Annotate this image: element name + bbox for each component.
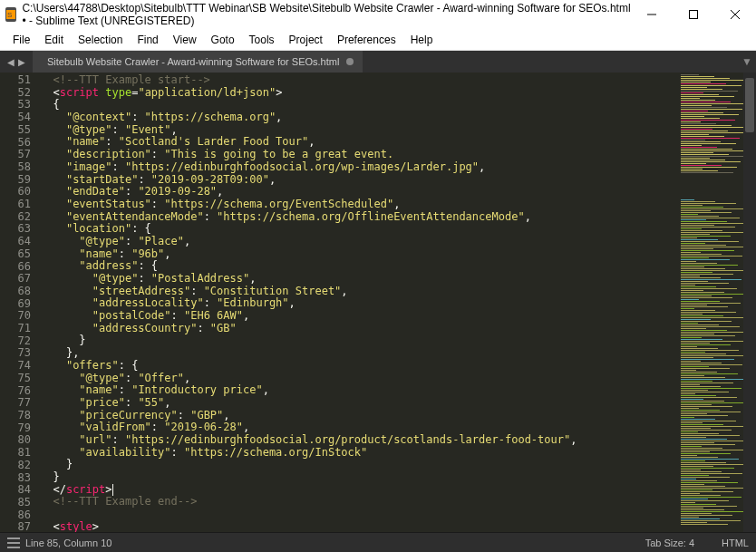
line-number: 80 [0, 434, 31, 447]
line-number: 71 [0, 323, 31, 335]
menubar: File Edit Selection Find View Goto Tools… [0, 29, 756, 51]
back-icon[interactable]: ◀ [7, 57, 15, 67]
code-line: } [40, 459, 679, 471]
line-number: 83 [0, 472, 31, 485]
code-line: "name": "Scotland's Larder Food Tour", [40, 136, 679, 149]
file-tab[interactable]: Sitebulb Website Crawler - Award-winning… [33, 51, 363, 73]
line-number: 69 [0, 298, 31, 311]
line-number: 73 [0, 347, 31, 360]
code-line: <style> [40, 521, 679, 532]
code-line: "postalCode": "EH6 6AW", [40, 310, 679, 323]
menu-selection[interactable]: Selection [71, 31, 130, 49]
code-line: "@type": "PostalAddress", [40, 273, 679, 286]
code-line: "priceCurrency": "GBP", [40, 410, 679, 422]
menu-view[interactable]: View [166, 31, 204, 49]
code-line: "addressCountry": "GB" [40, 323, 679, 335]
code-line: "@context": "https://schema.org", [40, 111, 679, 124]
code-editor[interactable]: <!--TTT Example start--> <script type="a… [40, 73, 679, 532]
line-number: 70 [0, 310, 31, 323]
dirty-indicator-icon [346, 58, 354, 65]
line-number: 62 [0, 211, 31, 224]
code-line: <!--TTT Example end--> [40, 496, 679, 508]
code-line: "description": "This is going to be a gr… [40, 149, 679, 161]
code-line: } [40, 471, 679, 484]
menu-project[interactable]: Project [282, 31, 330, 49]
menu-goto[interactable]: Goto [204, 31, 242, 49]
code-line: } [40, 334, 679, 347]
app-icon: S [5, 7, 16, 22]
line-number: 64 [0, 236, 31, 248]
window-close-button[interactable] [714, 0, 756, 29]
line-number: 79 [0, 422, 31, 435]
line-number: 81 [0, 447, 31, 460]
line-number: 72 [0, 335, 31, 348]
tab-history-nav[interactable]: ◀ ▶ [0, 51, 33, 73]
code-line: "name": "96b", [40, 248, 679, 261]
statusbar: Line 85, Column 10 Tab Size: 4 HTML [0, 532, 756, 552]
code-line: "location": { [40, 223, 679, 236]
code-line: "@type": "Offer", [40, 373, 679, 385]
line-number: 77 [0, 397, 31, 410]
code-line: "addressLocality": "Edinburgh", [40, 297, 679, 310]
status-cursor-position[interactable]: Line 85, Column 10 [25, 537, 111, 548]
code-line: "image": "https://edinburghfoodsocial.or… [40, 161, 679, 174]
code-line: "address": { [40, 260, 679, 273]
line-number: 65 [0, 248, 31, 261]
window-minimize-button[interactable] [631, 0, 673, 29]
line-number: 85 [0, 497, 31, 509]
scroll-thumb[interactable] [745, 78, 754, 132]
line-number: 63 [0, 223, 31, 236]
line-number: 59 [0, 174, 31, 187]
line-number: 55 [0, 124, 31, 137]
line-number: 60 [0, 186, 31, 199]
forward-icon[interactable]: ▶ [18, 57, 25, 67]
line-number: 84 [0, 484, 31, 497]
code-line: "eventStatus": "https://schema.org/Event… [40, 199, 679, 211]
window-titlebar: S C:\Users\44788\Desktop\Sitebulb\TTT We… [0, 0, 756, 29]
line-number: 82 [0, 460, 31, 472]
code-line: "endDate": "2019-09-28", [40, 186, 679, 199]
vertical-scrollbar[interactable] [743, 73, 756, 532]
code-line: <script type="application/ld+json"> [40, 87, 679, 100]
tabbar: ◀ ▶ Sitebulb Website Crawler - Award-win… [0, 51, 756, 73]
line-number: 54 [0, 111, 31, 124]
code-line: "streetAddress": "Constitution Street", [40, 286, 679, 298]
code-line [40, 508, 679, 521]
window-title: C:\Users\44788\Desktop\Sitebulb\TTT Webi… [22, 2, 631, 27]
line-number: 76 [0, 385, 31, 398]
menu-help[interactable]: Help [403, 31, 441, 49]
tab-dropdown-icon[interactable]: ▼ [738, 51, 756, 73]
code-line: "eventAttendanceMode": "https://schema.o… [40, 211, 679, 224]
tab-label: Sitebulb Website Crawler - Award-winning… [47, 56, 339, 67]
line-number: 75 [0, 373, 31, 385]
menu-tools[interactable]: Tools [242, 31, 282, 49]
panel-switcher-icon[interactable] [7, 537, 20, 548]
window-maximize-button[interactable] [673, 0, 714, 29]
status-tab-size[interactable]: Tab Size: 4 [645, 537, 694, 548]
editor-area: 5152535455565758596061626364656667686970… [0, 73, 756, 532]
line-number: 86 [0, 509, 31, 522]
code-line: </script> [40, 484, 679, 497]
svg-rect-3 [690, 11, 698, 19]
code-line: }, [40, 347, 679, 360]
line-number: 78 [0, 410, 31, 422]
code-line: { [40, 99, 679, 111]
code-line: "offers": { [40, 360, 679, 373]
status-syntax[interactable]: HTML [722, 537, 749, 548]
line-number-gutter[interactable]: 5152535455565758596061626364656667686970… [0, 73, 40, 532]
line-number: 53 [0, 99, 31, 111]
menu-find[interactable]: Find [130, 31, 165, 49]
line-number: 51 [0, 74, 31, 87]
line-number: 58 [0, 161, 31, 174]
menu-file[interactable]: File [5, 31, 37, 49]
line-number: 52 [0, 87, 31, 100]
code-line: <!--TTT Example start--> [40, 74, 679, 87]
menu-preferences[interactable]: Preferences [330, 31, 403, 49]
menu-edit[interactable]: Edit [37, 31, 71, 49]
line-number: 67 [0, 273, 31, 286]
code-line: "name": "Introductory price", [40, 384, 679, 397]
minimap[interactable] [679, 73, 756, 532]
code-line: "@type": "Event", [40, 124, 679, 137]
line-number: 66 [0, 261, 31, 274]
line-number: 57 [0, 149, 31, 161]
